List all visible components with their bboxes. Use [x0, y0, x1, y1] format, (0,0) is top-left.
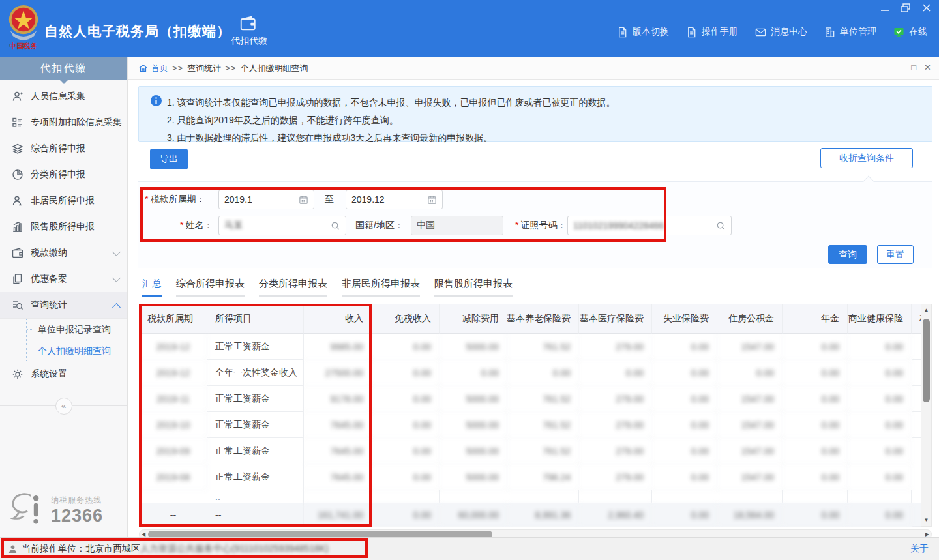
table-header-cell: 住房公积金: [717, 304, 782, 334]
document-icon: [686, 27, 697, 38]
vertical-scroll-thumb[interactable]: [923, 319, 930, 402]
sidebar-header: 代扣代缴: [0, 57, 127, 80]
table-row[interactable]: 2019-12全年一次性奖金收入27500.000.000.000.000.00…: [140, 360, 921, 386]
breadcrumb-page: 个人扣缴明细查询: [240, 63, 308, 74]
header-menu-单位管理[interactable]: 单位管理: [824, 26, 876, 38]
table-header-cell: 免税收入: [372, 304, 440, 334]
table-header-row: 税款所属期所得项目收入免税收入减除费用基本养老保险费基本医疗保险费失业保险费住房…: [140, 304, 921, 334]
sidebar-item-综合所得申报[interactable]: 综合所得申报: [0, 136, 127, 162]
name-label: 姓名：: [180, 220, 213, 231]
header-menu-操作手册[interactable]: 操作手册: [686, 26, 738, 38]
table-cell: [912, 464, 921, 490]
current-unit-redacted: 人力资源公共服务中心(91110102593948518K): [140, 543, 329, 555]
restore-icon[interactable]: [900, 3, 912, 13]
scroll-up-icon[interactable]: ▲: [921, 306, 931, 315]
close-icon[interactable]: [921, 3, 932, 13]
table-row[interactable]: 2019-10正常工资薪金7645.000.005000.00761.52279…: [140, 412, 921, 438]
table-row[interactable]: 2019-11正常工资薪金9178.000.005000.00761.52279…: [140, 386, 921, 412]
table-row[interactable]: 2019-08正常工资薪金7645.000.005000.00798.24279…: [140, 464, 921, 490]
sidebar-item-限售股所得申报[interactable]: 限售股所得申报: [0, 214, 127, 240]
sidebar-collapse-row: «: [0, 398, 127, 415]
scroll-down-icon[interactable]: ▼: [921, 516, 931, 525]
header-menu-label: 操作手册: [702, 26, 738, 38]
sidebar-subitem-单位申报记录查询[interactable]: 单位申报记录查询: [0, 319, 127, 340]
panel-close-icon[interactable]: ✕: [924, 63, 931, 73]
sidebar-item-专项附加扣除信息采集[interactable]: 专项附加扣除信息采集: [0, 110, 127, 136]
table-row[interactable]: 2019-09正常工资薪金7645.000.005000.00761.52279…: [140, 438, 921, 464]
notice-line: 3. 由于数据处理的滞后性，建议您在申报成功3天之后再来查询最新的申报数据。: [167, 129, 616, 147]
id-number-value: 110102199904228466: [573, 220, 716, 231]
header-tab-label: 代扣代缴: [231, 35, 267, 47]
search-icon[interactable]: [331, 221, 340, 231]
calendar-icon[interactable]: [299, 195, 308, 205]
collapse-query-conditions-button[interactable]: 收折查询条件: [820, 148, 913, 168]
tab-汇总[interactable]: 汇总: [142, 278, 162, 297]
sidebar-item-税款缴纳[interactable]: 税款缴纳: [0, 240, 127, 266]
sidebar-item-查询统计[interactable]: 查询统计: [0, 292, 127, 318]
sidebar-subitem-个人扣缴明细查询[interactable]: 个人扣缴明细查询: [0, 340, 127, 361]
tab-限售股所得申报表[interactable]: 限售股所得申报表: [434, 278, 513, 297]
person-icon: [12, 195, 23, 207]
search-button[interactable]: 查询: [828, 245, 867, 264]
table-cell: 279.00: [579, 386, 652, 412]
header-menu-版本切换[interactable]: 版本切换: [617, 26, 669, 38]
chevron-down-icon: [112, 248, 121, 256]
sidebar-item-label: 系统设置: [31, 368, 119, 380]
period-to-label: 至: [325, 194, 334, 205]
header-tab-withholding[interactable]: 代扣代缴: [227, 10, 271, 52]
table-cell: 761.52: [507, 386, 579, 412]
table-cell: [372, 490, 440, 503]
tab-非居民所得申报表[interactable]: 非居民所得申报表: [342, 278, 420, 297]
table-cell: 5000.00: [440, 334, 507, 360]
reset-button[interactable]: 重置: [877, 245, 914, 264]
header-menu-在线[interactable]: 在线: [893, 26, 927, 38]
table-cell: 正常工资薪金: [207, 334, 304, 360]
id-number-input[interactable]: 110102199904228466: [567, 216, 732, 235]
table-cell: [782, 490, 848, 503]
table-cell: 0.00: [652, 334, 717, 360]
panel-maximize-icon[interactable]: □: [911, 63, 916, 73]
about-link[interactable]: 关于: [910, 543, 929, 555]
sidebar-item-人员信息采集[interactable]: 人员信息采集: [0, 83, 127, 110]
query-panel: 税款所属期： 2019.1 至 2019.12 姓名： 马某: [138, 181, 932, 268]
gear-icon: [12, 368, 23, 380]
tab-综合所得申报表[interactable]: 综合所得申报表: [176, 278, 245, 297]
export-button[interactable]: 导出: [150, 149, 188, 169]
hotline-block: 纳税服务热线 12366: [9, 492, 103, 529]
table-header-cell: 所得项目: [207, 304, 304, 334]
table-header-cell: 减除费用: [440, 304, 507, 334]
breadcrumb-home-link[interactable]: 首页: [151, 63, 168, 74]
minimize-icon[interactable]: [879, 3, 891, 13]
table-cell: 0.00: [848, 360, 912, 386]
nationality-input: 中国: [411, 216, 503, 235]
table-cell: 0.00: [372, 503, 440, 527]
table-cell: 8,991.36: [507, 503, 579, 527]
table-header-cell: 年金: [782, 304, 848, 334]
calendar-icon[interactable]: [427, 195, 437, 205]
name-input[interactable]: 马某: [218, 216, 346, 235]
table-cell: [912, 360, 921, 386]
chevron-up-icon: [112, 303, 121, 312]
sidebar-item-分类所得申报[interactable]: 分类所得申报: [0, 162, 127, 188]
search-icon[interactable]: [716, 221, 726, 231]
table-row[interactable]: 2019-12正常工资薪金9985.000.005000.00761.52279…: [140, 334, 921, 360]
table-cell: 1547.00: [717, 464, 782, 490]
table-cell: 0.00: [652, 438, 717, 464]
result-table: 税款所属期所得项目收入免税收入减除费用基本养老保险费基本医疗保险费失业保险费住房…: [139, 304, 921, 527]
table-cell: [912, 386, 921, 412]
table-cell: 2019-12: [140, 334, 207, 360]
header-menu-消息中心[interactable]: 消息中心: [755, 26, 807, 38]
sidebar-item-优惠备案[interactable]: 优惠备案: [0, 266, 127, 292]
vertical-scrollbar[interactable]: ▲ ▼: [921, 304, 932, 527]
sidebar-collapse-button[interactable]: «: [55, 398, 72, 415]
sidebar-item-非居民所得申报[interactable]: 非居民所得申报: [0, 188, 127, 214]
period-from-input[interactable]: 2019.1: [218, 190, 314, 209]
sidebar-header-arrow-icon: [59, 79, 69, 84]
table-header: 税款所属期所得项目收入免税收入减除费用基本养老保险费基本医疗保险费失业保险费住房…: [140, 304, 921, 334]
table-body: 2019-12正常工资薪金9985.000.005000.00761.52279…: [140, 334, 921, 527]
current-unit-visible: 北京市西城区: [85, 543, 140, 555]
sidebar-item-系统设置[interactable]: 系统设置: [0, 361, 127, 387]
tab-分类所得申报表[interactable]: 分类所得申报表: [259, 278, 327, 297]
breadcrumb-separator: >>: [225, 63, 236, 73]
period-to-input[interactable]: 2019.12: [346, 190, 443, 209]
